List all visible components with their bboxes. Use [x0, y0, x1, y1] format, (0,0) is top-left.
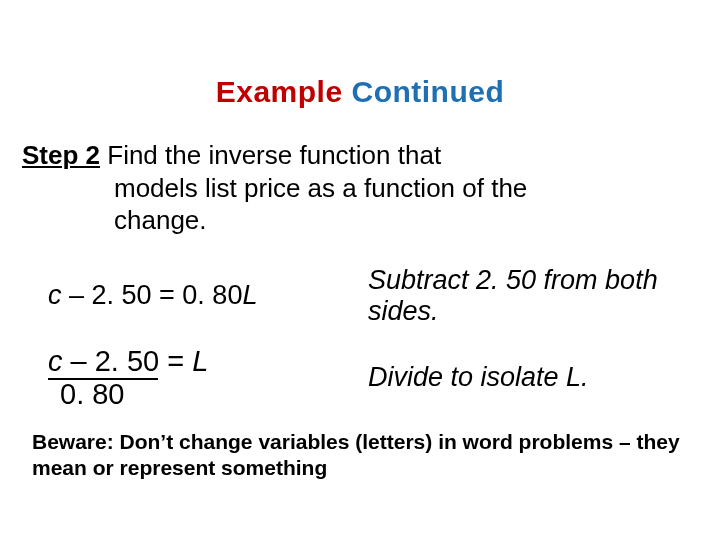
beware-note: Beware: Don’t change variables (letters)… [30, 429, 690, 482]
work-row-2: c – 2. 50 = L 0. 80 Divide to isolate L. [30, 345, 690, 411]
fraction-denominator: 0. 80 [48, 378, 208, 411]
step-text-line1: Find the inverse function that [100, 140, 441, 170]
eq2-var-L: L [192, 345, 208, 377]
eq1-var-c: c [48, 280, 62, 310]
step-label: Step 2 [22, 140, 100, 170]
eq2-num-rest: – 2. 50 = [63, 345, 193, 377]
step-text-line3: change. [114, 204, 690, 237]
explain-1: Subtract 2. 50 from both sides. [368, 265, 690, 327]
equation-2: c – 2. 50 = L 0. 80 [30, 345, 368, 411]
eq1-var-L: L [242, 280, 257, 310]
eq2-var-c: c [48, 345, 63, 377]
fraction-numerator: c – 2. 50 = L [48, 345, 208, 378]
fraction: c – 2. 50 = L 0. 80 [48, 345, 208, 411]
slide-title: Example Continued [30, 75, 690, 109]
equation-1: c – 2. 50 = 0. 80L [30, 280, 368, 311]
title-word-example: Example [216, 75, 343, 108]
eq1-mid: – 2. 50 = 0. 80 [62, 280, 243, 310]
title-word-continued: Continued [351, 75, 504, 108]
work-row-1: c – 2. 50 = 0. 80L Subtract 2. 50 from b… [30, 265, 690, 327]
fraction-bar [48, 378, 158, 380]
explain-2: Divide to isolate L. [368, 362, 690, 393]
step-text-line2: models list price as a function of the [114, 172, 690, 205]
step-block: Step 2 Find the inverse function that mo… [22, 139, 690, 237]
